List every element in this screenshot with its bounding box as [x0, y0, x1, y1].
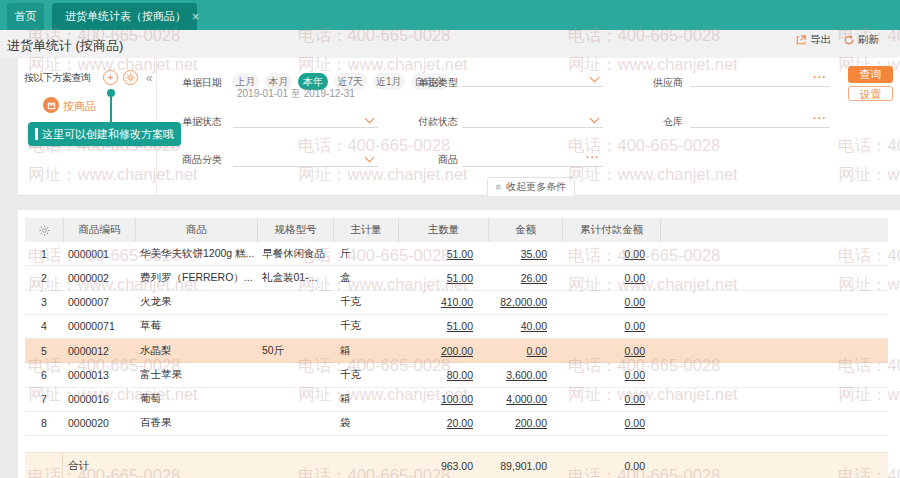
cell-paid-link[interactable]: 0.00 — [625, 393, 645, 405]
tab-close-icon[interactable]: × — [192, 10, 199, 24]
cell-qty[interactable]: 51.00 — [398, 266, 488, 290]
cell-qty-link[interactable]: 100.00 — [441, 393, 473, 405]
query-button[interactable]: 查询 — [848, 66, 893, 83]
ellipsis-icon[interactable]: ··· — [813, 71, 827, 83]
cell-spec: 50斤 — [257, 339, 333, 363]
cell-amount[interactable]: 200.00 — [488, 412, 562, 436]
tab-active[interactable]: 进货单统计表（按商品） × — [52, 3, 197, 30]
cell-amount[interactable]: 4,000.00 — [488, 388, 562, 412]
cell-unit: 千克 — [333, 291, 398, 315]
cell-qty[interactable]: 100.00 — [398, 388, 488, 412]
cell-qty-link[interactable]: 51.00 — [447, 320, 473, 332]
cell-empty — [660, 363, 888, 387]
cell-amount-link[interactable]: 82,000.00 — [500, 296, 547, 308]
export-label: 导出 — [810, 33, 831, 47]
category-field[interactable] — [233, 148, 378, 167]
table-row[interactable]: 400000071草莓千克51.0040.000.00 — [25, 315, 888, 339]
cell-qty-link[interactable]: 51.00 — [447, 272, 473, 284]
cell-paid[interactable]: 0.00 — [562, 291, 660, 315]
cell-code: 0000016 — [63, 388, 135, 412]
cell-qty[interactable]: 20.00 — [398, 412, 488, 436]
settings-button[interactable]: 设置 — [848, 86, 893, 101]
table-row[interactable]: 80000020百香果袋20.00200.000.00 — [25, 412, 888, 436]
cell-amount[interactable]: 40.00 — [488, 315, 562, 339]
cell-qty[interactable]: 51.00 — [398, 315, 488, 339]
cell-qty[interactable]: 410.00 — [398, 291, 488, 315]
tooltip-text: 这里可以创建和修改方案哦 — [42, 127, 174, 142]
table-row[interactable]: 30000007火龙果千克410.0082,000.000.00 — [25, 291, 888, 315]
doc-type-field[interactable] — [462, 68, 603, 87]
tab-home[interactable]: 首页 — [7, 3, 44, 30]
cell-unit: 箱 — [333, 388, 398, 412]
table-row[interactable]: 60000013富士苹果千克80.003,600.000.00 — [25, 363, 888, 387]
cell-paid[interactable]: 0.00 — [562, 412, 660, 436]
cell-paid-link[interactable]: 0.00 — [625, 369, 645, 381]
scheme-item-icon[interactable] — [43, 97, 59, 113]
cell-qty-link[interactable]: 80.00 — [447, 369, 473, 381]
add-scheme-icon[interactable]: + — [103, 70, 118, 85]
cell-paid-link[interactable]: 0.00 — [625, 296, 645, 308]
cell-product: 火龙果 — [135, 291, 257, 315]
cell-product: 华美华夫软饼1200g 糕... — [135, 242, 257, 266]
cell-amount-link[interactable]: 40.00 — [521, 320, 547, 332]
cell-amount-link[interactable]: 4,000.00 — [506, 393, 547, 405]
cell-product: 费列罗（FERRERO）... — [135, 266, 257, 290]
cell-amount[interactable]: 82,000.00 — [488, 291, 562, 315]
cell-empty — [660, 315, 888, 339]
cell-qty[interactable]: 200.00 — [398, 339, 488, 363]
cell-amount-link[interactable]: 26.00 — [521, 272, 547, 284]
cell-qty-link[interactable]: 410.00 — [441, 296, 473, 308]
table-row[interactable]: 10000001华美华夫软饼1200g 糕...早餐休闲食品斤51.0035.0… — [25, 242, 888, 266]
cell-paid[interactable]: 0.00 — [562, 242, 660, 266]
cell-qty[interactable]: 80.00 — [398, 363, 488, 387]
row-number: 2 — [25, 266, 63, 290]
cell-qty[interactable]: 51.00 — [398, 242, 488, 266]
cell-amount-link[interactable]: 35.00 — [521, 248, 547, 260]
doc-status-field[interactable] — [233, 109, 378, 128]
cell-paid-link[interactable]: 0.00 — [625, 320, 645, 332]
table-header: 商品编码 商品 规格型号 主计量 主数量 金额 累计付款金额 — [25, 218, 888, 242]
cell-amount-link[interactable]: 0.00 — [527, 345, 547, 357]
collapse-more-filters[interactable]: « 收起更多条件 — [487, 177, 575, 196]
col-header-unit: 主计量 — [333, 218, 398, 242]
cell-amount[interactable]: 0.00 — [488, 339, 562, 363]
cell-spec — [257, 363, 333, 387]
column-settings-gear[interactable] — [25, 218, 63, 242]
cell-qty-link[interactable]: 51.00 — [447, 248, 473, 260]
cell-amount-link[interactable]: 200.00 — [515, 417, 547, 429]
total-empty-cell — [25, 453, 63, 478]
cell-paid[interactable]: 0.00 — [562, 388, 660, 412]
cell-spec — [257, 291, 333, 315]
product-field[interactable]: ··· — [462, 148, 603, 167]
cell-paid[interactable]: 0.00 — [562, 339, 660, 363]
cell-paid-link[interactable]: 0.00 — [625, 417, 645, 429]
cell-amount[interactable]: 35.00 — [488, 242, 562, 266]
tooltip-anchor-dot — [107, 89, 115, 97]
cell-qty-link[interactable]: 20.00 — [447, 417, 473, 429]
ellipsis-icon[interactable]: ··· — [586, 151, 600, 163]
cell-paid-link[interactable]: 0.00 — [625, 248, 645, 260]
cell-amount[interactable]: 3,600.00 — [488, 363, 562, 387]
cell-qty-link[interactable]: 200.00 — [441, 345, 473, 357]
pay-status-field[interactable] — [462, 109, 603, 128]
cell-paid-link[interactable]: 0.00 — [625, 345, 645, 357]
cell-paid[interactable]: 0.00 — [562, 266, 660, 290]
table-row[interactable]: 20000002费列罗（FERRERO）...礼盒装01-...盒51.0026… — [25, 266, 888, 290]
table-row[interactable]: 70000016葡萄箱100.004,000.000.00 — [25, 388, 888, 412]
warehouse-field[interactable]: ··· — [690, 109, 830, 128]
supplier-field[interactable]: ··· — [690, 68, 830, 87]
cell-paid[interactable]: 0.00 — [562, 363, 660, 387]
date-range-text: 2019-01-01 至 2019-12-31 — [237, 87, 355, 101]
cell-amount[interactable]: 26.00 — [488, 266, 562, 290]
ellipsis-icon[interactable]: ··· — [813, 112, 827, 124]
table-row[interactable]: 50000012水晶梨50斤箱200.000.000.00 — [25, 339, 888, 363]
export-button[interactable]: 导出 — [796, 33, 831, 47]
scheme-item-label[interactable]: 按商品 — [63, 99, 96, 114]
cell-paid-link[interactable]: 0.00 — [625, 272, 645, 284]
cell-paid[interactable]: 0.00 — [562, 315, 660, 339]
gear-icon — [39, 225, 50, 236]
refresh-button[interactable]: 刷新 — [844, 33, 879, 47]
cell-amount-link[interactable]: 3,600.00 — [506, 369, 547, 381]
total-amount: 89,901.00 — [488, 453, 562, 478]
row-number: 1 — [25, 242, 63, 266]
